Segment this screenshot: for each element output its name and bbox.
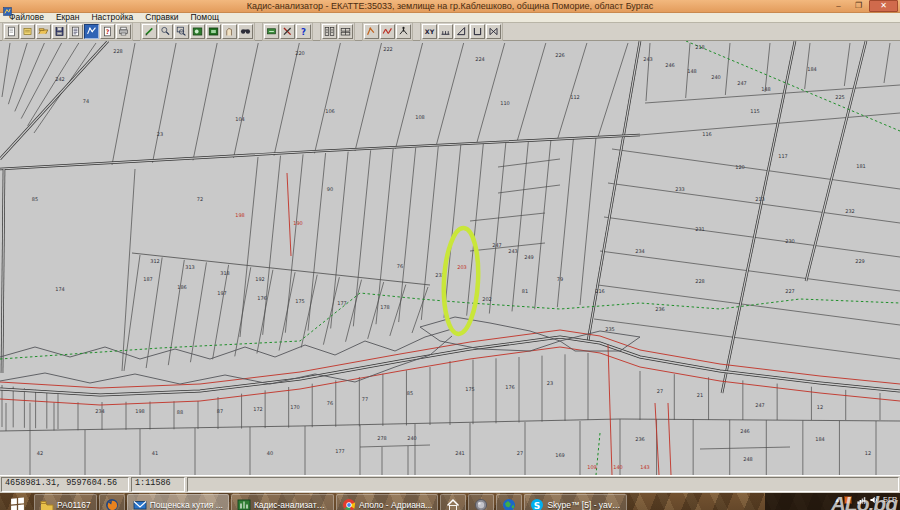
toolbar-button-zoom-layer-2[interactable] [206,24,221,39]
parcel-label: 116 [702,131,712,137]
taskbar-item-apollo-chrome[interactable]: Аполо - Адриана... [336,494,439,510]
taskbar-item-google-earth[interactable] [496,494,522,510]
toolbar-button-table-view-1[interactable] [322,24,337,39]
close-button[interactable]: ✕ [869,0,898,12]
tray-icons [843,491,879,509]
parcel-label: 41 [152,450,158,456]
start-button[interactable] [1,493,33,510]
parcel-label: 216 [595,288,605,294]
parcel-label: 172 [253,406,263,412]
toolbar-button-delete[interactable] [280,24,295,39]
toolbar-button-document-help[interactable]: ? [100,24,115,39]
toolbar-button-notes[interactable] [20,24,35,39]
volume-icon[interactable] [869,491,879,509]
toolbar-button-intersect[interactable] [486,24,501,39]
taskbar-item-photos[interactable] [468,494,494,510]
menu-item-1[interactable]: Екран [50,13,86,22]
minimize-button[interactable]: – [829,1,848,11]
status-bar: 4658981.31, 9597604.56 1:11586 [0,475,900,493]
folderOpen-icon [38,26,49,37]
parcel-label: 197 [217,290,227,296]
toolbar-button-map-mode[interactable] [84,24,99,39]
parcel-label: 81 [522,288,528,294]
pencilG-icon [144,26,155,37]
parcel-label: 140 [613,464,623,470]
parcel-label: 230 [785,238,795,244]
maximize-button[interactable]: ❐ [849,1,868,11]
toolbar-button-zoom-window[interactable] [174,24,189,39]
toolbar-button-pan[interactable] [222,24,237,39]
taskbar-item-mailbox[interactable]: Пощенска кутия ... [127,494,229,510]
toolbar: ??XY [0,23,900,41]
parcel-label: 222 [383,46,393,52]
toolbar-button-select-region[interactable] [264,24,279,39]
toolbar-button-new-document[interactable] [4,24,19,39]
toolbar-button-profile[interactable] [470,24,485,39]
map-canvas[interactable]: 2422282202222242262187423104106108110112… [0,41,900,475]
colsB-icon [340,26,351,37]
parcel-label: 74 [83,98,89,104]
toolbar-button-measure[interactable] [438,24,453,39]
parcel-label: 247 [755,402,765,408]
hidden-icons-button[interactable]: ▴ [835,496,839,504]
network-icon[interactable] [856,491,866,509]
parcel-label: 228 [695,278,705,284]
parcel-label: 177 [337,300,347,306]
binoc-icon [240,26,251,37]
parcel-label: 249 [524,254,534,260]
parcel-label: 236 [635,436,645,442]
magRect-icon [176,26,187,37]
toolbar-button-zoom[interactable] [158,24,173,39]
toolbar-button-save[interactable] [52,24,67,39]
taskbar-item-explorer-pa01167[interactable]: PA01167 [34,494,97,510]
menu-item-3[interactable]: Справки [139,13,184,22]
toolbar-button-open-folder[interactable] [36,24,51,39]
parcel-label: 40 [267,450,273,456]
parcel-label: 88 [177,409,183,415]
parcel-label: 240 [711,74,721,80]
toolbar-button-edit[interactable] [142,24,157,39]
toolbar-button-draw-contour[interactable] [364,24,379,39]
parcel-label: 117 [778,153,788,159]
parcel-label: 77 [362,396,368,402]
floppy-icon [54,26,65,37]
taskbar-item-firefox[interactable] [99,494,125,510]
parcel-label: 229 [855,258,865,264]
page-icon [6,26,17,37]
toolbar-button-context-help[interactable]: ? [296,24,311,39]
parcel-label: 225 [835,94,845,100]
toolbar-button-zoom-layer-1[interactable] [190,24,205,39]
toolbar-button-print[interactable] [116,24,131,39]
toolbar-button-coordinates-xy[interactable]: XY [422,24,437,39]
menu-item-4[interactable]: Помощ [184,13,224,22]
taskbar-item-label: Пощенска кутия ... [150,500,223,510]
parcel-label: 177 [335,448,345,454]
parcel-label: 148 [761,86,771,92]
taskbar-item-home[interactable] [440,494,466,510]
taskbar-item-kadis-analyzer[interactable]: Кадис-анализато... [231,494,334,510]
language-indicator[interactable]: БГР [883,495,897,504]
parcel-label: 235 [605,326,615,332]
parcel-label: 112 [570,94,580,100]
parcel-label: 143 [640,464,650,470]
parcel-label: 226 [555,52,565,58]
menu-item-2[interactable]: Настройка [85,13,139,22]
toolbar-button-find[interactable] [238,24,253,39]
toolbar-button-surveyor[interactable] [396,24,411,39]
speaker-icon [869,495,879,505]
parcel-label: 76 [397,263,403,269]
drawOrange-icon [366,26,377,37]
taskbar-item-skype[interactable]: SSkype™ [5] - yavle... [524,494,627,510]
taskbar: PA01167Пощенска кутия ...Кадис-анализато… [0,493,900,510]
toolbar-button-slope[interactable] [454,24,469,39]
tray-app-icon[interactable] [843,491,853,509]
toolbar-button-draw-line[interactable] [380,24,395,39]
parcel-label: 240 [407,435,417,441]
folder-icon [40,498,54,510]
toolbar-group: XY [420,22,503,41]
parcel-label: 220 [295,50,305,56]
toolbar-button-table-view-2[interactable] [338,24,353,39]
hand-icon [224,26,235,37]
magnify-icon [160,26,171,37]
toolbar-button-document-list[interactable] [68,24,83,39]
